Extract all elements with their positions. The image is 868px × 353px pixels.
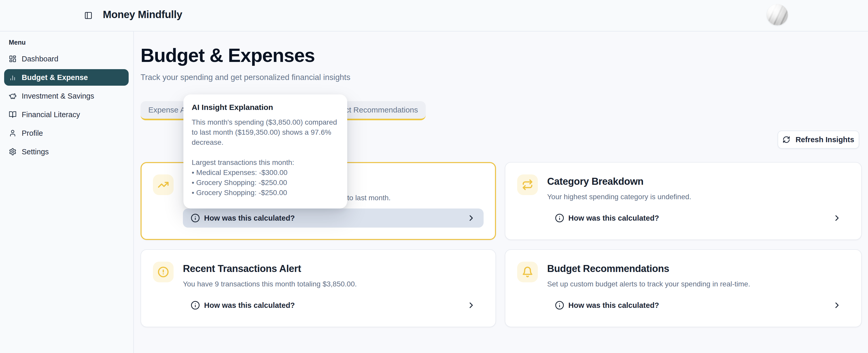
- sidebar-item-dashboard[interactable]: Dashboard: [4, 50, 129, 67]
- popup-line: [192, 147, 339, 157]
- panel-left-icon: [84, 11, 92, 20]
- sidebar-nav: Dashboard Budget & Expense Investment & …: [4, 50, 129, 162]
- info-icon: [555, 301, 564, 310]
- card-category-breakdown: Category Breakdown Your highest spending…: [505, 162, 862, 240]
- sidebar-item-label: Investment & Savings: [22, 92, 94, 100]
- card-budget-recommendations: Budget Recommendations Set up custom bud…: [505, 249, 862, 327]
- top-header: Money Mindfully: [0, 0, 868, 32]
- info-icon: [191, 301, 200, 310]
- bell-icon: [522, 266, 533, 278]
- card-description: Your highest spending category is undefi…: [547, 192, 691, 202]
- refresh-insights-label: Refresh Insights: [796, 136, 854, 144]
- page-subtitle: Track your spending and get personalized…: [141, 73, 350, 82]
- alert-icon-box: [153, 262, 174, 282]
- refresh-icon: [782, 136, 790, 143]
- ai-insight-popup: AI Insight Explanation This month's spen…: [183, 95, 347, 209]
- chevron-right-icon: [832, 213, 842, 223]
- dashboard-icon: [9, 55, 17, 63]
- sidebar: Menu Dashboard Budget & Expense Investme…: [0, 32, 134, 353]
- sidebar-toggle-button[interactable]: [83, 10, 94, 21]
- sidebar-item-label: Financial Literacy: [22, 110, 80, 119]
- app-title: Money Mindfully: [103, 9, 182, 21]
- app-window: Money Mindfully Menu Dashboard Budget & …: [0, 0, 868, 353]
- chevron-right-icon: [832, 301, 842, 310]
- bar-chart-icon: [9, 74, 17, 81]
- how-calculated-label: How was this calculated?: [204, 301, 295, 310]
- piggy-bank-icon: [9, 92, 17, 100]
- card-title: Category Breakdown: [547, 176, 644, 187]
- info-icon: [555, 213, 564, 223]
- sidebar-item-profile[interactable]: Profile: [4, 125, 129, 141]
- how-calculated-label: How was this calculated?: [204, 214, 295, 222]
- trending-up-icon-box: [153, 174, 174, 195]
- sidebar-item-label: Profile: [22, 129, 43, 138]
- tab-expense-analysis[interactable]: Expense A: [148, 101, 185, 119]
- popup-line: Largest transactions this month:: [192, 157, 339, 168]
- popup-line: • Medical Expenses: -$300.00: [192, 168, 339, 178]
- info-icon: [191, 213, 200, 223]
- gear-icon: [9, 148, 17, 155]
- card-title: Budget Recommendations: [547, 263, 669, 274]
- book-open-icon: [9, 111, 17, 118]
- how-calculated-row[interactable]: How was this calculated?: [183, 296, 484, 315]
- chevron-right-icon: [467, 213, 476, 223]
- card-title: Recent Transactions Alert: [183, 263, 301, 274]
- sidebar-item-settings[interactable]: Settings: [4, 143, 129, 160]
- how-calculated-row[interactable]: How was this calculated?: [547, 209, 849, 227]
- popup-line: • Grocery Shopping: -$250.00: [192, 187, 339, 198]
- how-calculated-label: How was this calculated?: [568, 214, 659, 222]
- bell-icon-box: [517, 262, 538, 282]
- popup-line: decrease.: [192, 137, 339, 147]
- sidebar-item-label: Settings: [22, 148, 49, 156]
- sidebar-item-budget-expense[interactable]: Budget & Expense: [4, 69, 129, 86]
- chevron-right-icon: [467, 301, 476, 310]
- sidebar-item-label: Dashboard: [22, 55, 58, 63]
- repeat-icon-box: [517, 174, 538, 195]
- sidebar-item-label: Budget & Expense: [22, 73, 88, 82]
- tab-product-recommendations[interactable]: ct Recommendations: [345, 101, 418, 119]
- how-calculated-row[interactable]: How was this calculated?: [183, 209, 484, 227]
- user-avatar[interactable]: [767, 4, 788, 25]
- popup-line: to last month ($159,350.00) shows a 97.6…: [192, 127, 339, 137]
- sidebar-section-label: Menu: [9, 39, 26, 46]
- popup-line: • Grocery Shopping: -$250.00: [192, 178, 339, 187]
- trending-up-icon: [158, 179, 169, 190]
- refresh-insights-button[interactable]: Refresh Insights: [778, 131, 859, 149]
- sidebar-item-financial-literacy[interactable]: Financial Literacy: [4, 106, 129, 123]
- card-description: You have 9 transactions this month total…: [183, 279, 357, 289]
- repeat-icon: [522, 179, 533, 190]
- how-calculated-row[interactable]: How was this calculated?: [547, 296, 849, 315]
- card-description-fragment: to last month.: [347, 193, 391, 203]
- sidebar-item-investment-savings[interactable]: Investment & Savings: [4, 88, 129, 104]
- card-description: Set up custom budget alerts to track you…: [547, 279, 750, 289]
- page-title: Budget & Expenses: [141, 44, 315, 66]
- popup-line: This month's spending ($3,850.00) compar…: [192, 117, 339, 127]
- how-calculated-label: How was this calculated?: [568, 301, 659, 310]
- popup-title: AI Insight Explanation: [192, 102, 339, 112]
- user-icon: [9, 129, 17, 137]
- alert-circle-icon: [158, 266, 169, 278]
- card-recent-transactions-alert: Recent Transactions Alert You have 9 tra…: [141, 249, 496, 327]
